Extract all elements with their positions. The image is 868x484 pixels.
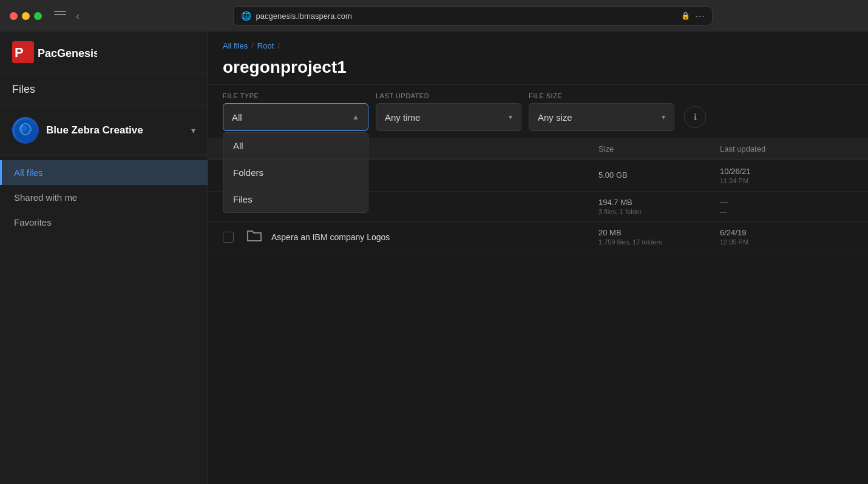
sidebar-item-favorites[interactable]: Favorites — [0, 210, 208, 235]
sidebar-item-all-files[interactable]: All files — [0, 160, 208, 185]
filter-bar: File type All ▲ All Folders Files Last u… — [208, 85, 868, 138]
table-row[interactable]: Aspera an IBM company Logos 20 MB 1,759 … — [208, 222, 868, 252]
breadcrumb-all-files[interactable]: All files — [223, 41, 248, 50]
file-size-cell: 194.7 MB 3 files, 1 folder — [598, 198, 720, 215]
row-checkbox[interactable] — [223, 232, 247, 243]
sidebar-item-shared-with-me[interactable]: Shared with me — [0, 185, 208, 210]
sidebar: P PacGenesis Files Blue Zebra Creative ▾ — [0, 32, 208, 484]
svg-text:PacGenesis: PacGenesis — [38, 47, 97, 59]
folder-icon — [247, 229, 271, 245]
last-updated-chevron-icon: ▾ — [509, 113, 512, 121]
org-selector[interactable]: Blue Zebra Creative ▾ — [0, 106, 208, 155]
address-bar[interactable]: 🌐 pacgenesis.ibmaspera.com 🔒 ⋯ — [233, 6, 713, 25]
file-date-cell: — — — [720, 198, 853, 215]
file-size-label: File size — [529, 92, 674, 99]
minimize-button[interactable] — [22, 12, 30, 20]
breadcrumb: All files / Root / — [223, 41, 853, 50]
file-size-selected: Any size — [538, 112, 662, 123]
files-section-label: Files — [0, 73, 208, 106]
svg-point-4 — [22, 125, 29, 134]
file-size-chevron-icon: ▾ — [662, 113, 665, 121]
close-button[interactable] — [10, 12, 18, 20]
address-bar-more-button[interactable]: ⋯ — [695, 10, 705, 22]
app-logo: P PacGenesis — [12, 41, 97, 63]
favicon-icon: 🌐 — [241, 11, 251, 21]
filter-info-button[interactable]: ℹ — [684, 106, 706, 128]
file-type-chevron-icon: ▲ — [352, 113, 359, 121]
sidebar-toggle-button[interactable] — [54, 11, 66, 21]
file-type-label: File type — [223, 92, 368, 99]
header-date-col[interactable]: Last updated — [720, 144, 853, 153]
content-header: All files / Root / oregonproject1 — [208, 32, 868, 85]
file-type-selected: All — [232, 112, 352, 123]
file-date-cell: 10/26/21 11:24 PM — [720, 167, 853, 184]
file-type-dropdown[interactable]: All ▲ — [223, 103, 368, 131]
title-bar: ‹ 🌐 pacgenesis.ibmaspera.com 🔒 ⋯ — [0, 0, 868, 32]
file-type-option-folders[interactable]: Folders — [223, 160, 368, 186]
file-size-filter-group: File size Any size ▾ — [529, 92, 674, 131]
lock-icon: 🔒 — [681, 12, 690, 20]
file-size-cell: 5.00 GB — [598, 170, 720, 181]
last-updated-label: Last updated — [376, 92, 521, 99]
file-type-option-all[interactable]: All — [223, 133, 368, 160]
file-type-dropdown-menu: All Folders Files — [223, 132, 368, 213]
filter-dropdowns: File type All ▲ All Folders Files Last u… — [223, 92, 853, 131]
header-size-col[interactable]: Size — [598, 144, 720, 153]
last-updated-selected: Any time — [385, 112, 509, 123]
org-name: Blue Zebra Creative — [46, 124, 184, 136]
sidebar-app-header: P PacGenesis — [0, 32, 208, 73]
traffic-lights — [10, 12, 42, 20]
last-updated-filter-group: Last updated Any time ▾ — [376, 92, 521, 131]
file-size-cell: 20 MB 1,759 files, 17 folders — [598, 228, 720, 246]
org-avatar — [12, 117, 39, 144]
main-layout: P PacGenesis Files Blue Zebra Creative ▾ — [0, 32, 868, 484]
file-type-option-files[interactable]: Files — [223, 186, 368, 212]
sidebar-nav: All files Shared with me Favorites — [0, 155, 208, 240]
file-type-filter-group: File type All ▲ All Folders Files — [223, 92, 368, 131]
content-area: All files / Root / oregonproject1 File t… — [208, 32, 868, 484]
breadcrumb-sep-1: / — [251, 41, 254, 50]
folder-title: oregonproject1 — [223, 58, 853, 77]
last-updated-dropdown[interactable]: Any time ▾ — [376, 103, 521, 131]
breadcrumb-sep-2: / — [277, 41, 280, 50]
file-name: Aspera an IBM company Logos — [271, 232, 598, 242]
file-date-cell: 6/24/19 12:05 PM — [720, 228, 853, 246]
maximize-button[interactable] — [34, 12, 42, 20]
file-size-dropdown[interactable]: Any size ▾ — [529, 103, 674, 131]
address-text: pacgenesis.ibmaspera.com — [256, 12, 676, 21]
svg-text:P: P — [15, 45, 24, 60]
breadcrumb-root[interactable]: Root — [257, 41, 274, 50]
back-button[interactable]: ‹ — [76, 10, 80, 22]
org-chevron-icon: ▾ — [191, 126, 195, 135]
